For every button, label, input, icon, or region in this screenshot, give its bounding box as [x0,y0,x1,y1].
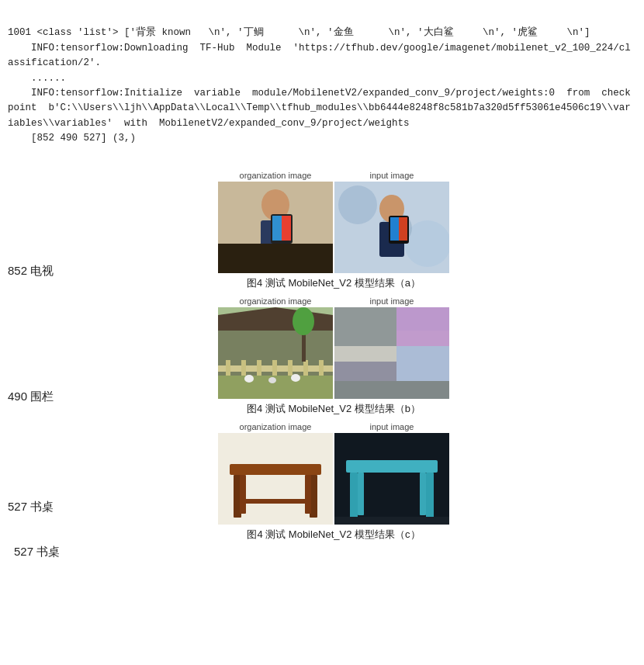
svg-rect-49 [305,475,311,514]
svg-rect-30 [319,360,324,377]
input-image-a [334,182,449,273]
org-block-c: organization image [218,422,333,525]
code-line-4: INFO:tensorflow:Initialize variable modu… [8,88,631,129]
result-row-b: 490 围栏 organization image [0,296,605,416]
org-block-b: organization image [218,296,333,399]
svg-rect-54 [426,473,434,519]
result-label-c: 527 书桌 [0,422,62,514]
svg-rect-43 [334,381,449,399]
svg-point-11 [338,185,377,224]
svg-rect-18 [390,217,399,241]
svg-rect-57 [334,517,449,525]
fig-caption-c: 图4 测试 MobileNet_V2 模型结果（c） [247,528,420,542]
input-block-c: input image [334,422,449,525]
result-text-c: 书桌 [30,500,54,513]
org-label-a: organization image [240,171,312,180]
org-image-a [218,182,333,273]
svg-rect-48 [240,475,246,514]
input-label-a: input image [370,171,414,180]
code-line-3: ...... [8,73,66,84]
org-image-b [218,307,333,399]
code-line-2: INFO:tensorflow:Downloading TF-Hub Modul… [8,43,631,68]
svg-rect-26 [257,360,261,377]
code-line-1: 1001 <class 'list'> ['背景 known \n', '丁鲷 … [8,27,590,38]
input-label-b: input image [370,296,414,306]
svg-rect-29 [303,360,308,377]
result-label-a: 852 电视 [0,171,62,279]
input-label-c: input image [370,422,414,431]
svg-point-32 [244,375,254,383]
result-index-c: 527 [8,500,27,513]
svg-point-36 [293,307,314,335]
fig-caption-a: 图4 测试 MobileNet_V2 模型结果（a） [247,276,421,290]
bottom-text-c: 书桌 [36,545,60,558]
org-label-b: organization image [240,296,312,306]
org-block-a: organization image [218,171,333,273]
svg-rect-56 [420,473,426,515]
image-pair-c: organization image [218,422,449,525]
code-line-5: [852 490 527] (3,) [8,133,136,144]
result-label-b: 490 围栏 [0,296,62,404]
org-image-c [218,433,333,525]
svg-rect-53 [350,473,358,519]
image-container-a: organization image [62,171,605,290]
svg-rect-8 [218,244,333,273]
result-text-b: 围栏 [30,390,54,403]
input-image-c [334,433,449,525]
svg-rect-50 [240,499,311,504]
input-image-b [334,307,449,399]
image-pair-b: organization image [218,296,449,399]
svg-rect-39 [396,307,449,346]
result-index-a: 852 [8,264,27,277]
image-container-c: organization image [62,422,605,542]
svg-rect-52 [346,460,438,473]
svg-point-34 [291,374,300,382]
result-row-c: 527 书桌 organization image [0,422,605,542]
bottom-result-c: 527 书桌 [0,545,644,559]
image-container-b: organization image [62,296,605,416]
page: 1001 <class 'list'> ['背景 known \n', '丁鲷 … [0,0,644,665]
result-row-a: 852 电视 organization image [0,171,605,290]
fig-caption-b: 图4 测试 MobileNet_V2 模型结果（b） [247,402,421,416]
svg-rect-9 [218,182,333,244]
svg-point-33 [268,377,276,383]
svg-rect-42 [334,307,396,346]
svg-rect-27 [272,360,277,377]
svg-rect-55 [358,473,364,515]
org-label-c: organization image [240,422,312,431]
image-pair-a: organization image [218,171,449,273]
input-block-b: input image [334,296,449,399]
svg-rect-28 [288,360,293,377]
bottom-index-c: 527 [14,545,33,558]
code-block: 1001 <class 'list'> ['背景 known \n', '丁鲷 … [0,8,644,165]
svg-rect-45 [230,464,321,475]
result-index-b: 490 [8,390,27,403]
svg-rect-25 [241,360,246,377]
svg-rect-24 [226,360,230,377]
result-text-a: 电视 [30,264,54,277]
input-block-a: input image [334,171,449,273]
